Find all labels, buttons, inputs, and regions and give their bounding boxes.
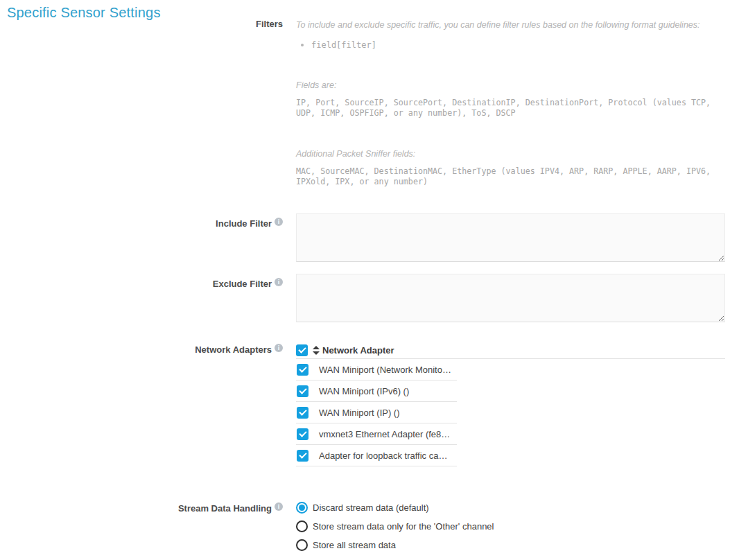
sort-asc-arrow-icon: [313, 346, 320, 349]
exclude-filter-label-text: Exclude Filter: [213, 279, 272, 289]
adapter-header-label: Network Adapter: [322, 345, 394, 356]
adapter-row[interactable]: WAN Miniport (Network Monito…: [296, 359, 457, 380]
radio-option-discard[interactable]: Discard stream data (default): [296, 498, 725, 517]
network-adapters-label: Network Adaptersi: [0, 342, 283, 355]
adapter-row[interactable]: vmxnet3 Ethernet Adapter (fe8…: [296, 423, 457, 445]
fields-list: IP, Port, SourceIP, SourcePort, Destinat…: [296, 98, 725, 119]
adapter-row-label: Adapter for loopback traffic ca…: [319, 450, 447, 461]
include-filter-content: [296, 213, 725, 262]
radio-unselected-icon[interactable]: [296, 520, 308, 532]
radio-unselected-icon[interactable]: [296, 539, 308, 551]
select-all-checkbox[interactable]: [296, 344, 308, 356]
include-filter-label: Include Filteri: [0, 213, 283, 229]
filter-format-bullet: field[filter]: [296, 40, 725, 50]
adapter-row-label: WAN Miniport (Network Monito…: [319, 365, 451, 375]
adapter-row-label: WAN Miniport (IP) (): [319, 408, 400, 418]
page-title: Specific Sensor Settings: [7, 5, 161, 21]
radio-option-label: Store all stream data: [313, 540, 396, 550]
adapter-row-label: WAN Miniport (IPv6) (): [319, 386, 409, 396]
fields-list-line1: IP, Port, SourceIP, SourcePort, Destinat…: [296, 98, 725, 108]
adapter-checkbox[interactable]: [297, 364, 308, 376]
filters-intro-text: To include and exclude specific traffic,…: [296, 19, 725, 30]
network-adapters-label-text: Network Adapters: [195, 344, 272, 355]
radio-selected-icon[interactable]: [296, 502, 308, 514]
radio-option-store-other[interactable]: Store stream data only for the 'Other' c…: [296, 517, 725, 536]
bullet-icon: [301, 44, 304, 46]
adapter-checkbox[interactable]: [297, 428, 308, 440]
radio-option-label: Discard stream data (default): [313, 502, 429, 513]
additional-fields-line1: MAC, SourceMAC, DestinationMAC, EtherTyp…: [296, 166, 725, 177]
filter-format-text: field[filter]: [311, 40, 376, 50]
info-icon[interactable]: i: [275, 344, 283, 352]
stream-data-handling-label: Stream Data Handlingi: [0, 498, 283, 514]
sort-desc-arrow-icon: [313, 351, 320, 355]
stream-data-options: Discard stream data (default) Store stre…: [296, 498, 725, 554]
filters-label-text: Filters: [256, 19, 283, 29]
additional-fields-heading: Additional Packet Sniffer fields:: [296, 149, 725, 159]
network-adapters-row: Network Adaptersi Network Adapter WAN Mi…: [0, 342, 739, 466]
specific-sensor-settings-page: Specific Sensor Settings Filters To incl…: [0, 0, 739, 560]
include-filter-label-text: Include Filter: [216, 218, 272, 229]
exclude-filter-input[interactable]: [296, 274, 725, 322]
filters-help: To include and exclude specific traffic,…: [296, 19, 725, 187]
sort-icon[interactable]: [313, 346, 320, 355]
stream-data-handling-label-text: Stream Data Handling: [178, 503, 272, 514]
radio-option-store-all[interactable]: Store all stream data: [296, 536, 725, 554]
exclude-filter-row: Exclude Filteri: [0, 274, 739, 322]
filters-row: Filters To include and exclude specific …: [0, 19, 739, 187]
stream-data-handling-row: Stream Data Handlingi Discard stream dat…: [0, 498, 739, 554]
exclude-filter-content: [296, 274, 725, 322]
adapter-table-header[interactable]: Network Adapter: [296, 342, 725, 359]
include-filter-input[interactable]: [296, 213, 725, 262]
adapter-row[interactable]: WAN Miniport (IPv6) (): [296, 380, 457, 402]
adapter-checkbox[interactable]: [297, 450, 308, 462]
settings-form: Filters To include and exclude specific …: [0, 0, 739, 554]
info-icon[interactable]: i: [275, 502, 283, 511]
adapter-checkbox[interactable]: [297, 385, 308, 397]
adapter-row[interactable]: WAN Miniport (IP) (): [296, 402, 457, 423]
adapter-row[interactable]: Adapter for loopback traffic ca…: [296, 445, 457, 466]
adapter-row-label: vmxnet3 Ethernet Adapter (fe8…: [319, 429, 450, 439]
fields-heading: Fields are:: [296, 80, 725, 91]
additional-fields-line2: IPXold, IPX, or any number): [296, 177, 725, 187]
additional-fields-list: MAC, SourceMAC, DestinationMAC, EtherTyp…: [296, 166, 725, 187]
network-adapters-table: Network Adapter WAN Miniport (Network Mo…: [296, 342, 725, 466]
include-filter-row: Include Filteri: [0, 213, 739, 262]
fields-list-line2: UDP, ICMP, OSPFIGP, or any number), ToS,…: [296, 108, 725, 119]
exclude-filter-label: Exclude Filteri: [0, 274, 283, 289]
info-icon[interactable]: i: [275, 218, 283, 226]
adapter-checkbox[interactable]: [297, 407, 308, 419]
radio-option-label: Store stream data only for the 'Other' c…: [313, 521, 494, 532]
info-icon[interactable]: i: [275, 278, 283, 286]
